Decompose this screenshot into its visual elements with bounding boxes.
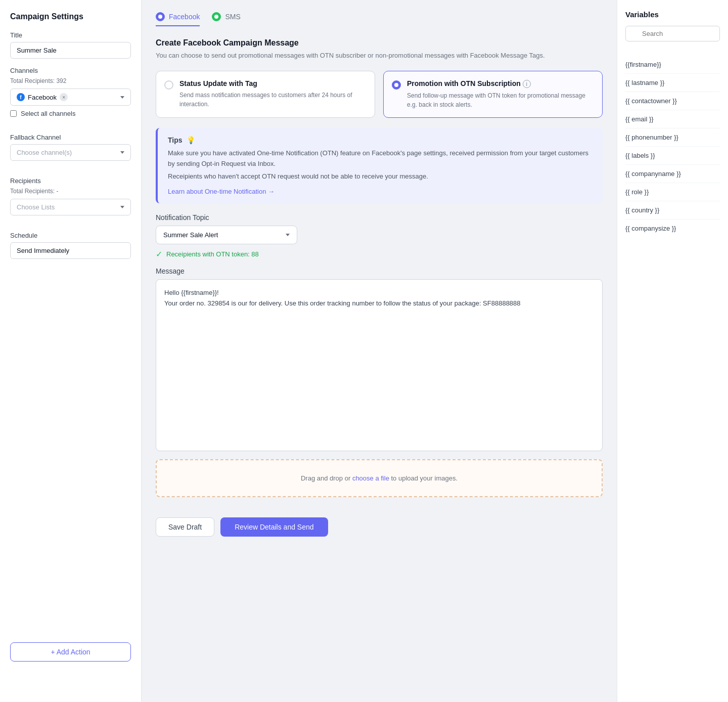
fallback-chevron-icon bbox=[120, 151, 124, 154]
save-draft-button[interactable]: Save Draft bbox=[156, 517, 214, 537]
facebook-tag-label: Facebook bbox=[28, 94, 57, 101]
facebook-tab-dot bbox=[158, 15, 162, 19]
bulb-icon: 💡 bbox=[187, 136, 195, 144]
promotion-otn-title-row: Promotion with OTN Subscription i bbox=[407, 79, 594, 89]
tips-text1: Make sure you have activated One-time No… bbox=[168, 148, 593, 169]
choose-lists-placeholder: Choose Lists bbox=[17, 203, 55, 211]
variables-search-input[interactable] bbox=[625, 26, 720, 41]
check-icon: ✓ bbox=[156, 249, 162, 259]
channels-section: Channels Total Recipients: 392 f Faceboo… bbox=[10, 67, 131, 125]
variable-item-6[interactable]: {{ companyname }} bbox=[625, 165, 720, 183]
recipients-label: Recipients bbox=[10, 177, 131, 185]
variable-item-8[interactable]: {{ country }} bbox=[625, 201, 720, 220]
variable-item-5[interactable]: {{ labels }} bbox=[625, 147, 720, 165]
sms-tab-dot bbox=[214, 15, 218, 19]
message-label: Message bbox=[156, 267, 603, 275]
facebook-channel-tag: f Facebook × bbox=[17, 93, 68, 101]
schedule-section: Schedule bbox=[10, 232, 131, 267]
tab-facebook[interactable]: Facebook bbox=[156, 12, 200, 26]
status-update-desc: Send mass notification messages to custo… bbox=[179, 91, 367, 109]
title-label: Title bbox=[10, 31, 131, 39]
variable-item-9[interactable]: {{ companysize }} bbox=[625, 220, 720, 237]
status-update-title: Status Update with Tag bbox=[179, 79, 367, 87]
recipients-section: Recipients Total Recipients: - Choose Li… bbox=[10, 177, 131, 224]
facebook-icon: f bbox=[17, 93, 25, 101]
variable-item-4[interactable]: {{ phonenumber }} bbox=[625, 128, 720, 147]
total-recipients-label: Total Recipients: 392 bbox=[10, 77, 131, 84]
tips-header: Tips 💡 bbox=[168, 136, 593, 144]
variables-search-wrap: 🔍 bbox=[625, 26, 720, 49]
schedule-input[interactable] bbox=[10, 242, 131, 259]
choose-file-link[interactable]: choose a file bbox=[352, 474, 389, 482]
main-content: Facebook SMS Create Facebook Campaign Me… bbox=[142, 0, 617, 702]
bottom-actions: Save Draft Review Details and Send bbox=[156, 509, 603, 545]
topic-chevron-icon bbox=[286, 234, 290, 236]
promotion-otn-title: Promotion with OTN Subscription bbox=[407, 79, 521, 87]
main-subtext: You can choose to send out promotional m… bbox=[156, 51, 603, 61]
tab-bar: Facebook SMS bbox=[156, 12, 603, 26]
promotion-otn-desc: Send follow-up message with OTN token fo… bbox=[407, 91, 594, 109]
facebook-tab-label: Facebook bbox=[169, 13, 200, 21]
tips-box: Tips 💡 Make sure you have activated One-… bbox=[156, 128, 603, 203]
status-update-content: Status Update with Tag Send mass notific… bbox=[179, 79, 367, 109]
fallback-placeholder: Choose channel(s) bbox=[17, 149, 72, 156]
promotion-otn-radio[interactable] bbox=[392, 80, 401, 90]
tab-sms[interactable]: SMS bbox=[212, 12, 240, 26]
topic-value: Summer Sale Alert bbox=[163, 231, 218, 239]
select-all-text: Select all channels bbox=[21, 110, 75, 117]
fallback-section: Fallback Channel Choose channel(s) bbox=[10, 134, 131, 169]
choose-lists-chevron-icon bbox=[120, 206, 124, 208]
radio-inner-dot bbox=[394, 83, 398, 87]
add-action-button[interactable]: + Add Action bbox=[10, 642, 131, 662]
schedule-label: Schedule bbox=[10, 232, 131, 239]
variable-item-2[interactable]: {{ contactowner }} bbox=[625, 92, 720, 110]
tips-text2: Receipients who haven't accept OTN reque… bbox=[168, 171, 593, 182]
select-all-label[interactable]: Select all channels bbox=[10, 110, 131, 117]
main-heading: Create Facebook Campaign Message bbox=[156, 38, 603, 48]
upload-box[interactable]: Drag and drop or choose a file to upload… bbox=[156, 459, 603, 497]
notification-topic-select[interactable]: Summer Sale Alert bbox=[156, 226, 297, 244]
recipients-sublabel: Total Recipients: - bbox=[10, 188, 131, 195]
status-update-card[interactable]: Status Update with Tag Send mass notific… bbox=[156, 71, 375, 118]
tips-label: Tips bbox=[168, 136, 183, 144]
otn-success-row: ✓ Receipients with OTN token: 88 bbox=[156, 249, 603, 259]
status-update-radio[interactable] bbox=[164, 80, 173, 90]
select-all-checkbox[interactable] bbox=[10, 110, 17, 117]
promotion-otn-card[interactable]: Promotion with OTN Subscription i Send f… bbox=[383, 71, 603, 118]
choose-lists-select[interactable]: Choose Lists bbox=[10, 199, 131, 215]
remove-facebook-tag[interactable]: × bbox=[60, 93, 68, 101]
variables-title: Variables bbox=[625, 10, 720, 19]
notification-topic-label: Notification Topic bbox=[156, 213, 603, 222]
title-input[interactable] bbox=[10, 42, 131, 59]
channels-label: Channels bbox=[10, 67, 131, 74]
variable-item-0[interactable]: {{firstname}} bbox=[625, 56, 720, 74]
facebook-tab-icon bbox=[156, 12, 165, 21]
fallback-label: Fallback Channel bbox=[10, 134, 131, 141]
message-type-row: Status Update with Tag Send mass notific… bbox=[156, 71, 603, 118]
upload-text: Drag and drop or bbox=[301, 474, 352, 482]
promotion-otn-content: Promotion with OTN Subscription i Send f… bbox=[407, 79, 594, 110]
variable-item-7[interactable]: {{ role }} bbox=[625, 183, 720, 201]
sidebar-title: Campaign Settings bbox=[10, 12, 131, 21]
variable-item-3[interactable]: {{ email }} bbox=[625, 110, 720, 128]
channels-select[interactable]: f Facebook × bbox=[10, 89, 131, 106]
variables-list: {{firstname}}{{ lastname }}{{ contactown… bbox=[625, 56, 720, 237]
sms-tab-icon bbox=[212, 12, 221, 21]
upload-text2: to upload your images. bbox=[389, 474, 458, 482]
add-action-label: + Add Action bbox=[51, 648, 90, 656]
channels-chevron-icon bbox=[120, 96, 124, 99]
message-content: Hello {{firstname}}!Your order no. 32985… bbox=[164, 289, 521, 307]
fallback-channel-select[interactable]: Choose channel(s) bbox=[10, 144, 131, 161]
sidebar: Campaign Settings Title Channels Total R… bbox=[0, 0, 142, 702]
variable-item-1[interactable]: {{ lastname }} bbox=[625, 74, 720, 92]
tips-link[interactable]: Learn about One-time Notification → bbox=[168, 188, 275, 195]
message-textarea[interactable]: Hello {{firstname}}!Your order no. 32985… bbox=[156, 279, 603, 451]
variables-panel: Variables 🔍 {{firstname}}{{ lastname }}{… bbox=[617, 0, 728, 702]
info-icon[interactable]: i bbox=[523, 80, 531, 88]
sms-tab-label: SMS bbox=[225, 13, 240, 21]
otn-success-text: Receipients with OTN token: 88 bbox=[166, 250, 259, 258]
review-send-button[interactable]: Review Details and Send bbox=[220, 517, 328, 537]
